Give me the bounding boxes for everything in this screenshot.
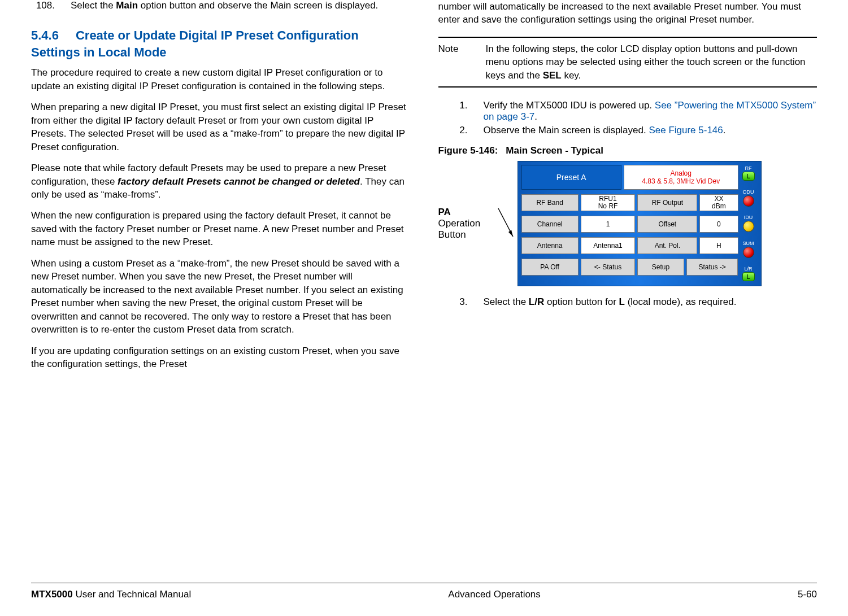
paragraph: When using a custom Preset as a “make-fr… [31, 257, 410, 337]
side-label: ODU [740, 190, 758, 195]
odu-led-icon [743, 195, 754, 207]
step-text: Verify the MTX5000 IDU is powered up. Se… [484, 100, 817, 123]
lr-bold: L/R [529, 296, 544, 307]
text: Select the [484, 296, 529, 307]
right-column: number will automatically be increased t… [438, 0, 817, 548]
footer-page-number: 5-60 [798, 589, 817, 600]
idu-led-icon [743, 221, 754, 232]
lcd-panel: Preset A Analog 4.83 & 5.8, 3MHz Vid Dev… [518, 161, 762, 286]
main-bold: Main [116, 0, 138, 11]
product-name: MTX5000 [31, 589, 73, 600]
lcd-side-indicators: RF L ODU IDU [740, 165, 758, 282]
footer-center: Advanced Operations [448, 589, 541, 600]
step-2: 2. Observe the Main screen is displayed.… [451, 125, 817, 136]
pa-off-button[interactable]: PA Off [521, 259, 579, 276]
section-heading: 5.4.6Create or Update Digital IP Preset … [31, 27, 410, 60]
paragraph: When the new configuration is prepared u… [31, 209, 410, 248]
cross-ref-link[interactable]: See Figure 5-146 [649, 125, 723, 136]
step-text: Observe the Main screen is displayed. Se… [484, 125, 817, 136]
rfu-value: RFU1 No RF [581, 194, 636, 211]
offset-value: 0 [699, 216, 738, 233]
side-label: L/R [740, 267, 758, 272]
left-column: 108. Select the Main option button and o… [31, 0, 410, 548]
step-number: 1. [451, 100, 468, 123]
status-right-button[interactable]: Status -> [686, 259, 738, 276]
text: (local mode), as required. [625, 296, 736, 307]
step-number: 2. [451, 125, 468, 136]
side-label: IDU [740, 215, 758, 220]
pa-bold: PA [438, 207, 451, 217]
footer-left: MTX5000 User and Technical Manual [31, 589, 191, 600]
paragraph: When preparing a new digital IP Preset, … [31, 101, 410, 154]
note-label: Note [438, 42, 473, 82]
antenna-button[interactable]: Antenna [521, 237, 579, 254]
mode-display: Analog 4.83 & 5.8, 3MHz Vid Dev [624, 165, 738, 190]
preset-button[interactable]: Preset A [521, 165, 621, 190]
step-108: 108. Select the Main option button and o… [31, 0, 410, 11]
text: . [723, 125, 726, 136]
offset-button[interactable]: Offset [637, 216, 697, 233]
status-left-button[interactable]: <- Status [581, 259, 636, 276]
rf-led-icon: L [742, 172, 755, 181]
sum-led-icon [743, 247, 754, 258]
text: Verify the MTX5000 IDU is powered up. [484, 100, 655, 111]
channel-value: 1 [581, 216, 636, 233]
text: option button for [544, 296, 619, 307]
pa-rest: Operation Button [438, 218, 481, 240]
paragraph-continued: number will automatically be increased t… [438, 0, 817, 27]
figure-caption: Figure 5-146:Main Screen - Typical [438, 145, 817, 156]
text: 4.83 & 5.8, 3MHz Vid Dev [642, 177, 720, 185]
side-label: SUM [740, 241, 758, 246]
l-bold: L [619, 296, 625, 307]
figure-label: Figure 5-146: [438, 145, 498, 156]
step-number: 3. [451, 296, 468, 308]
figure-title: Main Screen - Typical [506, 145, 603, 156]
rf-output-value: XX dBm [699, 194, 738, 211]
setup-button[interactable]: Setup [637, 259, 684, 276]
text: key. [562, 70, 581, 81]
paragraph: Please note that while factory default P… [31, 161, 410, 201]
figure-5-146: PA Operation Button Preset A Analog [438, 161, 817, 286]
step-1: 1. Verify the MTX5000 IDU is powered up.… [451, 100, 817, 123]
ant-pol-value: H [699, 237, 738, 254]
antenna-value: Antenna1 [581, 237, 636, 254]
paragraph: If you are updating configuration settin… [31, 344, 410, 371]
lr-button[interactable]: L [742, 272, 755, 281]
heading-number: 5.4.6 [31, 27, 59, 44]
step-text: Select the Main option button and observ… [71, 0, 410, 11]
heading-text: Create or Update Digital IP Preset Confi… [31, 28, 359, 59]
rf-band-button[interactable]: RF Band [521, 194, 579, 211]
text: Observe the Main screen is displayed. [484, 125, 649, 136]
step-number: 108. [31, 0, 55, 11]
side-label: RF [740, 166, 758, 171]
note-box: Note In the following steps, the color L… [438, 37, 817, 88]
paragraph: The procedure required to create a new c… [31, 66, 410, 93]
text: option button and observe the Main scree… [138, 0, 378, 11]
svg-marker-1 [508, 230, 513, 237]
step-3: 3. Select the L/R option button for L (l… [451, 296, 817, 308]
emphasis: factory default Presets cannot be change… [118, 176, 360, 187]
pa-callout: PA Operation Button [438, 207, 495, 241]
text: Analog [671, 169, 692, 177]
page-footer: MTX5000 User and Technical Manual Advanc… [31, 583, 817, 600]
ant-pol-button[interactable]: Ant. Pol. [637, 237, 697, 254]
text: . [534, 111, 537, 122]
rf-output-button[interactable]: RF Output [637, 194, 697, 211]
sel-bold: SEL [543, 70, 562, 81]
text: Select the [71, 0, 116, 11]
note-text: In the following steps, the color LCD di… [486, 42, 817, 82]
callout-arrow-icon [497, 204, 515, 243]
step-text: Select the L/R option button for L (loca… [484, 296, 817, 308]
text: In the following steps, the color LCD di… [486, 43, 806, 81]
channel-button[interactable]: Channel [521, 216, 579, 233]
manual-title: User and Technical Manual [73, 589, 191, 600]
